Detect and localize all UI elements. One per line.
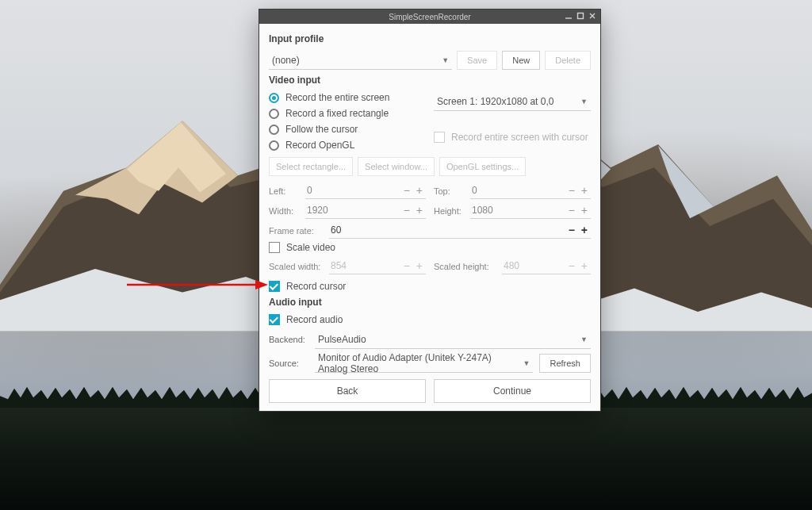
window-title: SimpleScreenRecorder — [389, 13, 470, 21]
app-window: SimpleScreenRecorder Input profile (none… — [259, 9, 601, 412]
left-value: 0 — [305, 182, 400, 198]
radio-fixed-rectangle-label: Record a fixed rectangle — [285, 108, 389, 119]
checkbox-record-entire-with-cursor — [434, 132, 445, 143]
minus-icon[interactable]: − — [565, 184, 578, 197]
scaled-width-label: Scaled width: — [269, 262, 324, 271]
chevron-down-icon: ▼ — [523, 359, 530, 367]
radio-record-fixed-rectangle[interactable] — [269, 109, 279, 119]
profile-new-button[interactable]: New — [502, 51, 540, 70]
checkbox-record-audio[interactable] — [269, 314, 280, 325]
minus-icon: − — [400, 259, 413, 272]
plus-icon: + — [578, 259, 591, 272]
radio-opengl-label: Record OpenGL — [285, 140, 354, 151]
scaled-height-spinner: 480 − + — [502, 258, 591, 274]
profile-select[interactable]: (none) ▼ — [269, 51, 452, 70]
section-audio-input-heading: Audio input — [269, 297, 591, 308]
radio-entire-screen-label: Record the entire screen — [285, 92, 389, 103]
backend-label: Backend: — [269, 335, 308, 344]
checkbox-scale-video[interactable] — [269, 242, 280, 253]
svg-rect-7 — [578, 13, 584, 19]
continue-button[interactable]: Continue — [434, 379, 591, 403]
scaled-height-value: 480 — [502, 258, 565, 274]
height-label: Height: — [434, 206, 465, 216]
source-value: Monitor of Audio Adapter (Unitek Y-247A)… — [318, 352, 523, 374]
minus-icon[interactable]: − — [565, 224, 578, 236]
scaled-height-label: Scaled height: — [434, 262, 497, 271]
source-select[interactable]: Monitor of Audio Adapter (Unitek Y-247A)… — [315, 354, 533, 373]
radio-record-entire-screen[interactable] — [269, 93, 279, 103]
chevron-down-icon: ▼ — [580, 98, 588, 105]
top-value: 0 — [470, 182, 565, 198]
minus-icon[interactable]: − — [400, 204, 413, 217]
checkbox-record-cursor[interactable] — [269, 281, 280, 292]
width-spinner[interactable]: 1920 − + — [305, 202, 426, 219]
minus-icon: − — [565, 259, 578, 272]
refresh-button[interactable]: Refresh — [539, 354, 591, 373]
checkbox-record-audio-label: Record audio — [286, 314, 343, 325]
opengl-settings-button[interactable]: OpenGL settings... — [439, 157, 526, 176]
scaled-width-spinner: 854 − + — [329, 258, 426, 274]
window-titlebar[interactable]: SimpleScreenRecorder — [259, 10, 600, 24]
plus-icon[interactable]: + — [578, 224, 591, 236]
screen-select-value: Screen 1: 1920x1080 at 0,0 — [437, 96, 553, 107]
left-label: Left: — [269, 186, 301, 196]
minus-icon[interactable]: − — [400, 184, 413, 197]
select-rectangle-button[interactable]: Select rectangle... — [269, 157, 353, 176]
width-label: Width: — [269, 206, 301, 216]
backend-select[interactable]: PulseAudio ▼ — [315, 330, 591, 349]
profile-delete-button[interactable]: Delete — [545, 51, 591, 70]
left-spinner[interactable]: 0 − + — [305, 182, 426, 199]
plus-icon[interactable]: + — [578, 204, 591, 217]
height-value: 1080 — [470, 202, 565, 218]
checkbox-scale-video-label: Scale video — [286, 242, 335, 253]
top-label: Top: — [434, 186, 465, 196]
radio-record-opengl[interactable] — [269, 140, 279, 151]
height-spinner[interactable]: 1080 − + — [470, 202, 591, 219]
chevron-down-icon: ▼ — [442, 56, 449, 64]
plus-icon: + — [413, 259, 426, 272]
screen-select[interactable]: Screen 1: 1920x1080 at 0,0 ▼ — [434, 92, 591, 111]
framerate-spinner[interactable]: 60 − + — [329, 222, 591, 239]
checkbox-record-cursor-label: Record cursor — [286, 281, 346, 292]
desktop-background-forest — [0, 408, 812, 510]
plus-icon[interactable]: + — [578, 184, 591, 197]
chevron-down-icon: ▼ — [580, 336, 588, 343]
minus-icon[interactable]: − — [565, 204, 578, 217]
framerate-value: 60 — [329, 222, 565, 238]
plus-icon[interactable]: + — [413, 184, 426, 197]
source-label: Source: — [269, 359, 308, 368]
window-maximize-icon[interactable] — [576, 11, 585, 21]
top-spinner[interactable]: 0 − + — [470, 182, 591, 199]
scaled-width-value: 854 — [329, 258, 400, 274]
framerate-label: Frame rate: — [269, 226, 324, 236]
radio-follow-cursor[interactable] — [269, 125, 279, 135]
profile-select-value: (none) — [272, 55, 300, 66]
window-close-icon[interactable] — [588, 11, 597, 21]
window-minimize-icon[interactable] — [564, 11, 573, 21]
section-video-input-heading: Video input — [269, 75, 591, 86]
backend-value: PulseAudio — [318, 334, 366, 345]
width-value: 1920 — [305, 202, 400, 218]
select-window-button[interactable]: Select window... — [358, 157, 435, 176]
back-button[interactable]: Back — [269, 379, 426, 403]
plus-icon[interactable]: + — [413, 204, 426, 217]
profile-save-button[interactable]: Save — [457, 51, 497, 70]
section-input-profile-heading: Input profile — [269, 33, 591, 44]
checkbox-record-entire-with-cursor-label: Record entire screen with cursor — [451, 132, 588, 143]
radio-follow-cursor-label: Follow the cursor — [285, 124, 358, 135]
